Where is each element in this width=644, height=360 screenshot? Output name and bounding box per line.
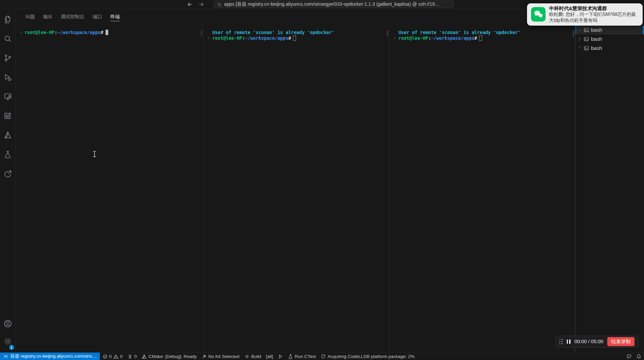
play-icon [278,354,283,359]
beaker-icon [288,354,293,359]
status-bar-left: 容器 registry.cn-beijing.aliyuncs.com/sins… [0,353,624,360]
panel-tab-label: 端口 [93,14,102,20]
sync-spinner-icon [321,354,326,359]
scrollbar-thumb[interactable] [573,30,574,36]
error-count: 0 [109,354,112,359]
cmake-status[interactable]: CMake: [Debug]: Ready [139,353,199,360]
terminal-line: User of remote 'sconan' is already 'opdo… [207,30,389,35]
build-button[interactable]: Build [242,353,263,360]
status-bar: 容器 registry.cn-beijing.aliyuncs.com/sins… [0,352,644,360]
terminal-pane-3[interactable]: User of remote 'sconan' is already 'opdo… [389,25,575,352]
terminal-tab-label: bash [591,36,602,42]
panel-tab-label: 问题 [26,14,35,20]
command-decoration [393,37,399,39]
files-icon [3,15,12,24]
lldb-progress[interactable]: Acquiring CodeLLDB platform package: 2% [318,353,417,360]
terminal-pane-2[interactable]: User of remote 'sconan' is already 'opdo… [203,25,389,352]
sidebar-item-cmake[interactable] [0,126,16,145]
list-scrollbar-thumb[interactable] [643,26,644,35]
panel-tab-label: 调试控制台 [61,14,84,20]
run-debug-icon [3,73,12,82]
sidebar-item-extensions[interactable] [0,106,16,125]
notification-body: 欧杜鹏: 您好，问一下咱们SM768芯片的最大tdp和热功耗手册有吗 [549,11,639,23]
remote-indicator[interactable]: 容器 registry.cn-beijing.aliyuncs.com/sins… [0,353,100,360]
search-icon [217,2,222,7]
stop-recording-button[interactable]: 结束录制 [607,337,634,346]
sidebar-item-source-control[interactable] [0,49,16,68]
prompt-colon: : [428,35,431,41]
terminal-tab-2[interactable]: ├ bash [576,34,644,43]
wechat-notification[interactable]: 中科时代&慧荣技术沟通群 欧杜鹏: 您好，问一下咱们SM768芯片的最大tdp和… [527,3,643,26]
terminal-caret-focused [106,30,109,35]
build-target-label: [all] [266,354,273,359]
terminal-tab-3[interactable]: └ bash [576,43,644,53]
terminal-tab-label: bash [591,27,602,33]
recording-controls: 00:00 / 05:00 结束录制 [555,336,639,347]
terminal-output: User of remote 'sconan' is already 'opdo… [399,30,521,35]
prompt-path: ~/workspace/apps [57,30,101,35]
pause-button[interactable] [567,339,570,344]
scrollbar-thumb[interactable] [201,30,202,36]
forward-arrow-icon[interactable] [198,1,204,7]
terminal-tab-1[interactable]: ┌ bash [576,26,644,35]
radio-tower-icon [127,354,133,359]
kit-status-label: No Kit Selected [208,354,239,359]
back-arrow-icon[interactable] [187,1,193,7]
problems-indicator[interactable]: 0 0 [100,353,125,360]
tree-guide: ├ [578,37,584,41]
live-share-icon [3,169,12,179]
tree-guide: ┌ [578,28,584,32]
wechat-icon [531,7,546,22]
extensions-icon [3,111,12,121]
lldb-progress-label: Acquiring CodeLLDB platform package: 2% [327,354,414,359]
remote-label: 容器 registry.cn-beijing.aliyuncs.com/sins… [10,353,96,359]
prompt-user: root@lee-HP [25,30,55,35]
ctest-label: Run CTest [295,354,316,359]
prompt-hash: # [101,30,104,35]
terminal-line: root@lee-HP:~/workspace/apps# [207,35,389,41]
sidebar-item-live-share[interactable] [0,164,16,183]
ctest-button[interactable]: Run CTest [286,353,318,360]
command-center[interactable]: apps [容器 registry.cn-beijing.aliyuncs.co… [213,1,454,8]
prompt-colon: : [55,30,57,35]
ports-indicator[interactable]: 0 [125,353,139,360]
settings-button[interactable]: 1 [0,333,16,351]
build-target[interactable]: [all] [264,353,275,360]
wrench-icon [202,354,207,359]
terminal-panel: root@lee-HP:~/workspace/apps# User of re… [16,25,644,352]
error-circle-slash-icon [103,354,108,359]
panel-tab-output[interactable]: 输出 [39,9,57,25]
panel-tab-label: 输出 [43,14,53,20]
sidebar-item-search[interactable] [0,29,16,48]
scrollbar-thumb[interactable] [387,30,388,36]
terminal-tabs-list: ┌ bash ├ bash └ bash [576,25,644,352]
panel-tab-ports[interactable]: 端口 [88,9,106,25]
tree-guide: └ [578,46,584,50]
activity-bar: 1 [0,9,16,352]
prompt-user: root@lee-HP [399,35,429,41]
terminal-icon [584,27,589,33]
command-decoration [20,31,25,33]
prompt-path: ~/workspace/apps [431,35,474,41]
sidebar-item-explorer[interactable] [0,10,16,29]
panel-tab-debug-console[interactable]: 调试控制台 [57,9,88,25]
sidebar-item-testing[interactable] [0,145,16,164]
remote-explorer-icon [3,92,12,101]
drag-handle-icon[interactable] [559,339,563,344]
feedback-button[interactable] [624,353,634,360]
notifications-button[interactable] [634,353,644,360]
build-label: Build [251,354,261,359]
terminal-icon [584,36,589,42]
sidebar-item-run-debug[interactable] [0,68,16,87]
ports-count: 0 [134,354,137,359]
command-decoration [207,37,212,39]
kit-selector[interactable]: No Kit Selected [199,353,242,360]
panel-tab-terminal[interactable]: 终端 [106,9,124,25]
activity-bar-bottom: 1 [0,314,16,351]
account-button[interactable] [0,314,16,333]
launch-button[interactable] [275,353,286,360]
sidebar-item-remote-explorer[interactable] [0,87,16,106]
terminal-pane-1[interactable]: root@lee-HP:~/workspace/apps# [16,25,203,352]
feedback-comment-icon [626,354,632,359]
panel-tab-problems[interactable]: 问题 [21,9,39,25]
